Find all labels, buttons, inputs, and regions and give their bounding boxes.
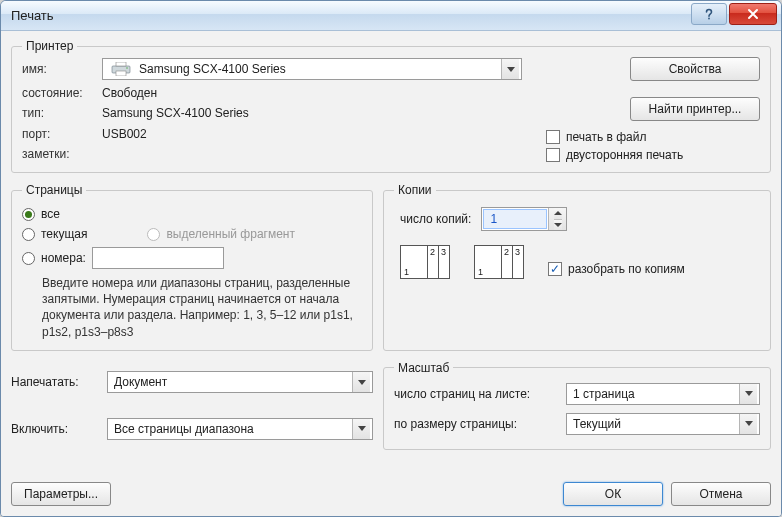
titlebar[interactable]: Печать [1,1,781,31]
copies-legend: Копии [394,183,436,197]
type-value: Samsung SCX-4100 Series [102,106,522,120]
print-dialog: Печать Принтер имя: [0,0,782,517]
ok-button[interactable]: ОК [563,482,663,506]
collate-illustration-2: 3 2 1 [474,245,530,293]
notes-label: заметки: [22,147,96,161]
pages-current-radio[interactable] [22,228,35,241]
window-title: Печать [11,8,54,23]
pages-selection-label: выделенный фрагмент [166,227,295,241]
type-label: тип: [22,106,96,120]
pages-selection-radio [147,228,160,241]
per-sheet-label: число страниц на листе: [394,387,560,401]
copies-value: 1 [483,209,547,229]
pages-current-label: текущая [41,227,87,241]
chevron-down-icon [352,419,370,439]
spinner-down-icon[interactable] [554,220,562,231]
svg-rect-2 [116,62,126,66]
name-label: имя: [22,62,96,76]
duplex-label: двусторонняя печать [566,148,683,162]
duplex-checkbox[interactable] [546,148,560,162]
print-what-combo[interactable]: Документ [107,371,373,393]
pages-all-label: все [41,207,60,221]
chevron-down-icon [352,372,370,392]
cancel-button[interactable]: Отмена [671,482,771,506]
per-sheet-combo[interactable]: 1 страница [566,383,760,405]
printer-legend: Принтер [22,39,77,53]
print-what-group: Напечатать: Документ Включить: Все стран… [11,361,373,450]
fit-label: по размеру страницы: [394,417,560,431]
pages-hint: Введите номера или диапазоны страниц, ра… [42,275,362,340]
svg-rect-3 [116,71,126,76]
find-printer-button[interactable]: Найти принтер... [630,97,760,121]
scale-group: Масштаб число страниц на листе: 1 страни… [383,361,771,450]
status-label: состояние: [22,86,96,100]
print-what-label: Напечатать: [11,375,101,389]
parameters-button[interactable]: Параметры... [11,482,111,506]
pages-numbers-radio[interactable] [22,252,35,265]
help-icon [702,7,716,21]
include-label: Включить: [11,422,101,436]
pages-legend: Страницы [22,183,86,197]
print-to-file-checkbox[interactable] [546,130,560,144]
collate-label: разобрать по копиям [568,262,685,276]
chevron-down-icon [739,414,757,434]
include-combo[interactable]: Все страницы диапазона [107,418,373,440]
chevron-down-icon [501,59,519,79]
pages-numbers-label: номера: [41,251,86,265]
close-icon [747,8,759,20]
pages-numbers-input[interactable] [92,247,224,269]
collate-checkbox[interactable] [548,262,562,276]
print-to-file-label: печать в файл [566,130,646,144]
pages-all-radio[interactable] [22,208,35,221]
pages-group: Страницы все текущая выделенный фрагмент… [11,183,373,351]
collate-illustration-1: 3 2 1 [400,245,456,293]
svg-point-0 [708,18,710,20]
spinner-up-icon[interactable] [554,208,562,220]
scale-legend: Масштаб [394,361,453,375]
help-button[interactable] [691,3,727,25]
printer-name-combo[interactable]: Samsung SCX-4100 Series [102,58,522,80]
copies-count-label: число копий: [400,212,471,226]
copies-spinner[interactable]: 1 [481,207,567,231]
copies-group: Копии число копий: 1 3 2 1 [383,183,771,351]
status-value: Свободен [102,86,522,100]
printer-group: Принтер имя: Samsung SCX-4100 Series [11,39,771,173]
port-value: USB002 [102,127,522,141]
svg-point-4 [126,67,128,69]
properties-button[interactable]: Свойства [630,57,760,81]
fit-combo[interactable]: Текущий [566,413,760,435]
close-button[interactable] [729,3,777,25]
chevron-down-icon [739,384,757,404]
port-label: порт: [22,127,96,141]
printer-name-value: Samsung SCX-4100 Series [139,62,286,76]
printer-icon [109,62,133,76]
